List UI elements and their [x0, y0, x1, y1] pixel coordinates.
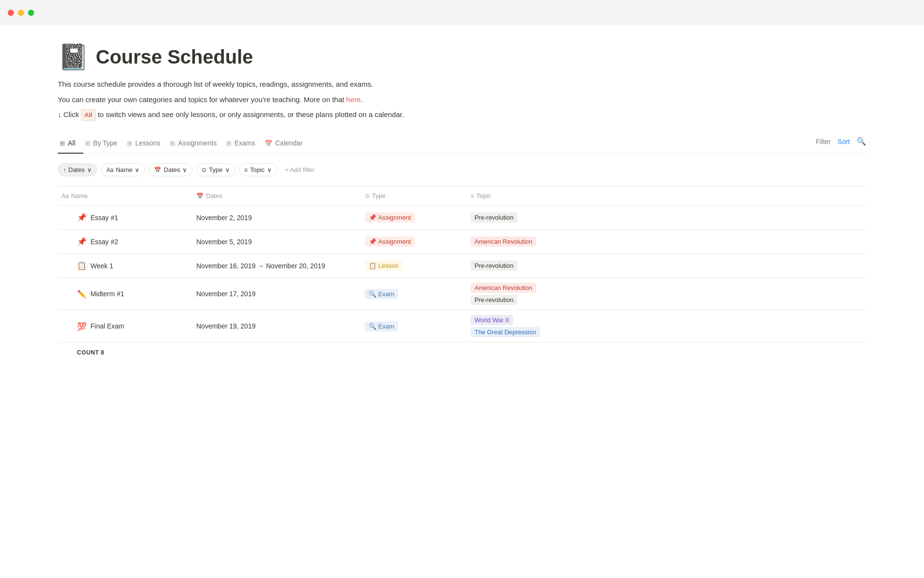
tab-by-type[interactable]: ⊞ By Type — [83, 134, 125, 154]
chevron-down-icon: ∨ — [182, 166, 187, 173]
filter-topic-label: Topic — [250, 166, 265, 173]
table: Aa Name 📅 Dates ⊙ Type ≡ Topic 📌 Essay #… — [58, 186, 866, 363]
col-header-dates: 📅 Dates — [192, 190, 361, 201]
cell-name: 📌 Essay #1 — [58, 206, 192, 229]
topic-tag: American Revolution — [471, 236, 536, 247]
filter-dates-sort-label: Dates — [68, 166, 85, 173]
topic-tag: The Great Depression — [471, 327, 540, 337]
name-col-icon: Aa — [62, 193, 69, 199]
cell-date: November 2, 2019 — [192, 206, 361, 229]
badge-label: Exam — [378, 323, 394, 330]
tab-assignments[interactable]: ⊞ Assignments — [168, 134, 224, 154]
badge-icon: 📋 — [369, 262, 376, 269]
type-badge-assignment: 📌 Assignment — [365, 236, 415, 247]
tab-lessons-label: Lessons — [135, 139, 160, 147]
row-date: November 19, 2019 — [196, 322, 256, 330]
row-date: November 16, 2019 → November 20, 2019 — [196, 262, 325, 270]
dates-col-icon: 📅 — [196, 193, 204, 199]
cell-date: November 17, 2019 — [192, 278, 361, 310]
close-button[interactable] — [8, 10, 14, 16]
filter-name[interactable]: Aa Name ∨ — [101, 163, 145, 176]
topic-tag: American Revolution — [471, 283, 536, 293]
tabs-bar: ⊞ All ⊞ By Type ⊞ Lessons ⊞ Assignments … — [58, 134, 866, 154]
filter-type[interactable]: ⊙ Type ∨ — [196, 163, 235, 176]
tab-lessons[interactable]: ⊞ Lessons — [125, 134, 168, 154]
filter-button[interactable]: Filter — [816, 138, 831, 145]
maximize-button[interactable] — [28, 10, 34, 16]
row-date: November 2, 2019 — [196, 214, 252, 222]
badge-label: Assignment — [378, 214, 411, 221]
all-badge[interactable]: All — [81, 109, 96, 121]
badge-icon: 📌 — [369, 238, 376, 245]
col-header-type: ⊙ Type — [361, 190, 467, 201]
cell-type: 📌 Assignment — [361, 230, 467, 253]
cell-topic: American Revolution Pre-revolution — [467, 278, 866, 310]
tab-all[interactable]: ⊞ All — [58, 134, 83, 154]
filter-dates-sort[interactable]: ↑ Dates ∨ — [58, 163, 97, 176]
add-filter-button[interactable]: + Add filter — [281, 164, 319, 176]
cell-date: November 19, 2019 — [192, 310, 361, 342]
table-row[interactable]: 📋 Week 1 November 16, 2019 → November 20… — [58, 254, 866, 278]
chevron-down-icon: ∨ — [267, 166, 272, 173]
hundred-icon: 💯 — [77, 322, 87, 331]
tab-lessons-icon: ⊞ — [127, 140, 132, 147]
cell-name: 💯 Final Exam — [58, 310, 192, 342]
cell-name: 📋 Week 1 — [58, 254, 192, 277]
table-row[interactable]: 📌 Essay #2 November 5, 2019 📌 Assignment… — [58, 230, 866, 254]
description-1: This course schedule provides a thorough… — [58, 78, 866, 91]
tab-exams[interactable]: ⊞ Exams — [224, 134, 263, 154]
up-arrow-icon: ↑ — [63, 167, 66, 173]
pushpin-icon: 📌 — [77, 213, 87, 222]
cell-type: 🔍 Exam — [361, 278, 467, 310]
table-row[interactable]: 📌 Essay #1 November 2, 2019 📌 Assignment… — [58, 206, 866, 230]
table-row[interactable]: 💯 Final Exam November 19, 2019 🔍 Exam Wo… — [58, 310, 866, 342]
topic-tag: World War II — [471, 315, 513, 325]
topic-tag: Pre-revolution — [471, 212, 517, 223]
badge-label: Exam — [378, 290, 394, 298]
type-badge-assignment: 📌 Assignment — [365, 212, 415, 223]
cell-type: 🔍 Exam — [361, 310, 467, 342]
row-name: Midterm #1 — [90, 290, 124, 298]
col-dates-label: Dates — [206, 192, 222, 199]
text-icon: Aa — [106, 167, 114, 173]
cell-topic: American Revolution — [467, 230, 866, 253]
topic-col-icon: ≡ — [471, 193, 474, 199]
cell-topic: Pre-revolution — [467, 206, 866, 229]
count-bar: COUNT 8 — [58, 342, 866, 363]
badge-label: Assignment — [378, 238, 411, 245]
cell-type: 📋 Lesson — [361, 254, 467, 277]
row-name: Essay #1 — [90, 214, 118, 222]
row-name: Week 1 — [90, 262, 113, 270]
page-header: 📓 Course Schedule — [58, 44, 866, 69]
here-link[interactable]: here — [346, 95, 360, 104]
badge-icon: 📌 — [369, 214, 376, 221]
col-type-label: Type — [372, 192, 385, 199]
tab-calendar-label: Calendar — [275, 139, 303, 147]
table-row[interactable]: ✏️ Midterm #1 November 17, 2019 🔍 Exam A… — [58, 278, 866, 310]
tab-by-type-icon: ⊞ — [85, 140, 90, 147]
sort-button[interactable]: Sort — [837, 138, 850, 145]
filter-dates[interactable]: 📅 Dates ∨ — [149, 163, 192, 176]
circle-icon: ⊙ — [202, 167, 206, 173]
cell-topic: World War II The Great Depression — [467, 310, 866, 342]
calendar-icon: 📅 — [154, 167, 161, 173]
search-icon[interactable]: 🔍 — [857, 137, 866, 146]
filter-dates-label: Dates — [164, 166, 180, 173]
filter-row: ↑ Dates ∨ Aa Name ∨ 📅 Dates ∨ ⊙ Type ∨ ≡… — [58, 163, 866, 176]
titlebar — [0, 0, 924, 25]
filter-topic[interactable]: ≡ Topic ∨ — [239, 163, 277, 176]
chevron-down-icon: ∨ — [87, 166, 92, 173]
col-topic-label: Topic — [476, 192, 491, 199]
cell-name: 📌 Essay #2 — [58, 230, 192, 253]
click-hint: ↓ Click All to switch views and see only… — [58, 108, 866, 121]
tab-assignments-icon: ⊞ — [170, 140, 175, 147]
minimize-button[interactable] — [18, 10, 24, 16]
page-title: Course Schedule — [96, 46, 253, 68]
badge-icon: 🔍 — [369, 290, 376, 298]
cell-topic: Pre-revolution — [467, 254, 866, 277]
topic-tag: Pre-revolution — [471, 261, 517, 271]
tab-calendar[interactable]: 📅 Calendar — [263, 134, 310, 154]
tabs-left: ⊞ All ⊞ By Type ⊞ Lessons ⊞ Assignments … — [58, 134, 816, 153]
list-icon: ≡ — [244, 167, 248, 173]
cell-date: November 5, 2019 — [192, 230, 361, 253]
